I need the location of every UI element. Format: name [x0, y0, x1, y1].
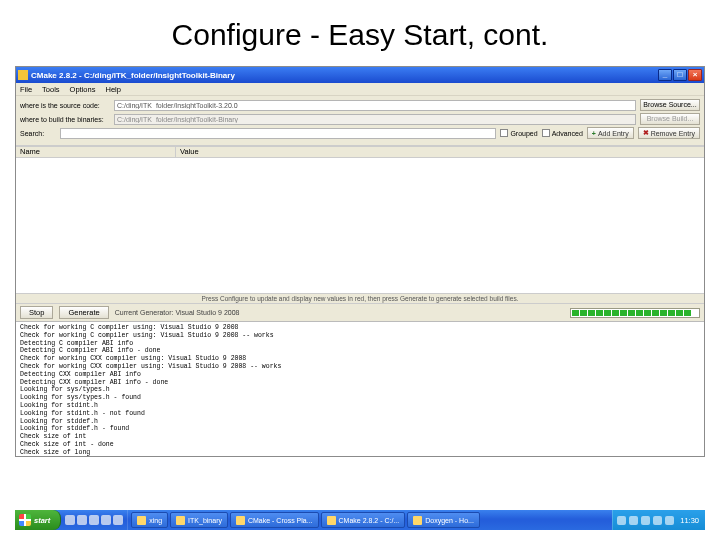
cache-header: Name Value — [16, 146, 704, 158]
task-buttons: xingITK_binaryCMake - Cross Pla...CMake … — [128, 510, 612, 530]
binary-path-input[interactable] — [114, 114, 636, 125]
add-entry-button[interactable]: +Add Entry — [587, 127, 634, 139]
progress-bar — [570, 308, 700, 318]
menu-file[interactable]: File — [20, 85, 32, 94]
taskbar-clock[interactable]: 11:30 — [680, 516, 699, 525]
task-icon — [236, 516, 245, 525]
close-button[interactable]: × — [688, 69, 702, 81]
column-value[interactable]: Value — [176, 147, 704, 157]
current-generator-label: Current Generator: Visual Studio 9 2008 — [115, 309, 240, 316]
start-label: start — [34, 516, 50, 525]
minimize-button[interactable]: _ — [658, 69, 672, 81]
taskbar-task-button[interactable]: CMake - Cross Pla... — [230, 512, 319, 528]
task-icon — [176, 516, 185, 525]
remove-entry-button[interactable]: ✖Remove Entry — [638, 127, 700, 139]
task-icon — [327, 516, 336, 525]
menu-tools[interactable]: Tools — [42, 85, 60, 94]
search-label: Search: — [20, 130, 56, 137]
browse-source-button[interactable]: Browse Source... — [640, 99, 700, 111]
task-label: Doxygen - Ho... — [425, 517, 474, 524]
quick-launch-icon[interactable] — [113, 515, 123, 525]
menu-help[interactable]: Help — [105, 85, 120, 94]
search-input[interactable] — [60, 128, 496, 139]
quick-launch — [61, 510, 128, 530]
cmake-window: CMake 2.8.2 - C:/ding/ITK_folder/Insight… — [15, 66, 705, 457]
quick-launch-icon[interactable] — [65, 515, 75, 525]
taskbar-task-button[interactable]: ITK_binary — [170, 512, 228, 528]
grouped-label: Grouped — [510, 130, 537, 137]
generate-button[interactable]: Generate — [59, 306, 108, 319]
task-icon — [413, 516, 422, 525]
source-path-input[interactable] — [114, 100, 636, 111]
hint-text: Press Configure to update and display ne… — [16, 294, 704, 304]
task-label: ITK_binary — [188, 517, 222, 524]
slide-title: Configure - Easy Start, cont. — [0, 0, 720, 66]
quick-launch-icon[interactable] — [101, 515, 111, 525]
paths-area: where is the source code: Browse Source.… — [16, 96, 704, 146]
windows-taskbar: start xingITK_binaryCMake - Cross Pla...… — [15, 510, 705, 530]
tray-icon[interactable] — [617, 516, 626, 525]
tray-icon[interactable] — [629, 516, 638, 525]
system-tray: 11:30 — [612, 510, 705, 530]
menu-options[interactable]: Options — [70, 85, 96, 94]
action-row: Stop Generate Current Generator: Visual … — [16, 304, 704, 322]
task-label: CMake 2.8.2 - C:/... — [339, 517, 400, 524]
start-button[interactable]: start — [15, 510, 61, 530]
windows-logo-icon — [19, 514, 31, 526]
grouped-checkbox[interactable]: Grouped — [500, 129, 537, 137]
configure-button[interactable]: Stop — [20, 306, 53, 319]
binaries-label: where to build the binaries: — [20, 116, 110, 123]
output-log[interactable]: Check for working C compiler using: Visu… — [16, 322, 704, 456]
quick-launch-icon[interactable] — [89, 515, 99, 525]
plus-icon: + — [592, 130, 596, 137]
source-label: where is the source code: — [20, 102, 110, 109]
maximize-button[interactable]: □ — [673, 69, 687, 81]
menu-bar: File Tools Options Help — [16, 83, 704, 96]
window-titlebar: CMake 2.8.2 - C:/ding/ITK_folder/Insight… — [16, 67, 704, 83]
tray-icon[interactable] — [653, 516, 662, 525]
taskbar-task-button[interactable]: xing — [131, 512, 168, 528]
tray-icon[interactable] — [665, 516, 674, 525]
quick-launch-icon[interactable] — [77, 515, 87, 525]
cache-values-panel[interactable] — [16, 158, 704, 294]
minus-icon: ✖ — [643, 129, 649, 137]
browse-build-button[interactable]: Browse Build... — [640, 113, 700, 125]
task-icon — [137, 516, 146, 525]
column-name[interactable]: Name — [16, 147, 176, 157]
window-title: CMake 2.8.2 - C:/ding/ITK_folder/Insight… — [31, 71, 658, 80]
advanced-checkbox[interactable]: Advanced — [542, 129, 583, 137]
app-icon — [18, 70, 28, 80]
tray-icon[interactable] — [641, 516, 650, 525]
task-label: CMake - Cross Pla... — [248, 517, 313, 524]
taskbar-task-button[interactable]: Doxygen - Ho... — [407, 512, 480, 528]
log-text: Check for working C compiler using: Visu… — [20, 324, 700, 456]
advanced-label: Advanced — [552, 130, 583, 137]
taskbar-task-button[interactable]: CMake 2.8.2 - C:/... — [321, 512, 406, 528]
task-label: xing — [149, 517, 162, 524]
